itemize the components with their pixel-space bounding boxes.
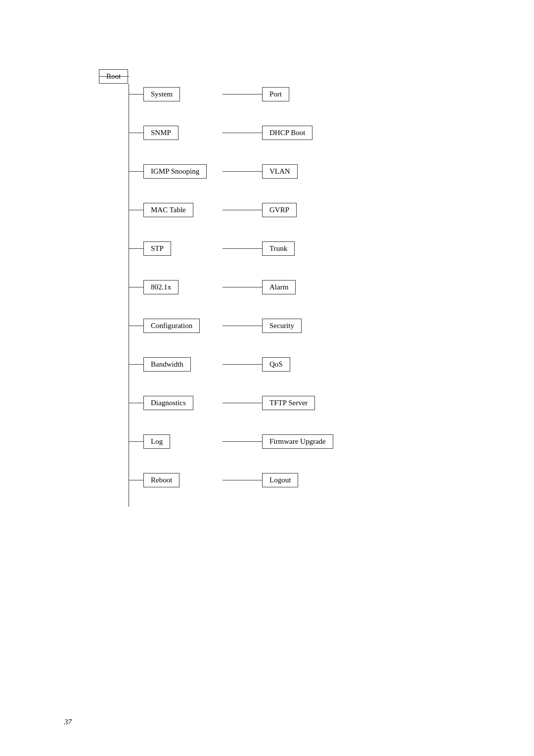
h-line-port [222, 94, 262, 94]
right-node-gvrp[interactable]: GVRP [262, 203, 297, 217]
h-line-system [129, 94, 143, 94]
h-line-qos [222, 364, 262, 365]
h-line-configuration [129, 326, 143, 326]
h-line-mac-table [129, 210, 143, 210]
left-node-stp[interactable]: STP [143, 241, 171, 256]
left-node-dot1x[interactable]: 802.1x [143, 280, 178, 294]
h-line-diagnostics [129, 403, 143, 403]
h-line-gvrp [222, 210, 262, 210]
right-node-firmware-upgrade[interactable]: Firmware Upgrade [262, 434, 333, 449]
trunk-line [129, 84, 129, 507]
right-node-vlan[interactable]: VLAN [262, 164, 298, 179]
left-node-log[interactable]: Log [143, 434, 170, 449]
h-line-dhcp-boot [222, 133, 262, 133]
left-node-system[interactable]: System [143, 87, 180, 101]
right-node-port[interactable]: Port [262, 87, 289, 101]
left-node-mac-table[interactable]: MAC Table [143, 203, 193, 217]
page-number: 37 [64, 718, 72, 726]
right-node-trunk[interactable]: Trunk [262, 241, 295, 256]
right-node-alarm[interactable]: Alarm [262, 280, 296, 294]
h-line-stp [129, 248, 143, 249]
right-node-qos[interactable]: QoS [262, 357, 290, 372]
right-node-logout[interactable]: Logout [262, 473, 298, 487]
h-line-security [222, 326, 262, 326]
h-line-dot1x [129, 287, 143, 287]
left-node-reboot[interactable]: Reboot [143, 473, 179, 487]
left-node-configuration[interactable]: Configuration [143, 319, 200, 333]
right-node-security[interactable]: Security [262, 319, 302, 333]
h-line-trunk [222, 248, 262, 249]
h-line-reboot [129, 480, 143, 480]
h-line-vlan [222, 171, 262, 172]
h-line-tftp-server [222, 403, 262, 403]
h-line-logout [222, 480, 262, 480]
left-node-diagnostics[interactable]: Diagnostics [143, 396, 193, 410]
right-node-dhcp-boot[interactable]: DHCP Boot [262, 126, 312, 140]
h-line-snmp [129, 133, 143, 133]
left-node-snmp[interactable]: SNMP [143, 126, 178, 140]
root-to-trunk-line [99, 76, 129, 77]
h-line-log [129, 441, 143, 442]
h-line-firmware-upgrade [222, 441, 262, 442]
left-node-igmp-snooping[interactable]: IGMP Snooping [143, 164, 207, 179]
h-line-alarm [222, 287, 262, 287]
h-line-bandwidth [129, 364, 143, 365]
left-node-bandwidth[interactable]: Bandwidth [143, 357, 191, 372]
h-line-igmp [129, 171, 143, 172]
right-node-tftp-server[interactable]: TFTP Server [262, 396, 315, 410]
